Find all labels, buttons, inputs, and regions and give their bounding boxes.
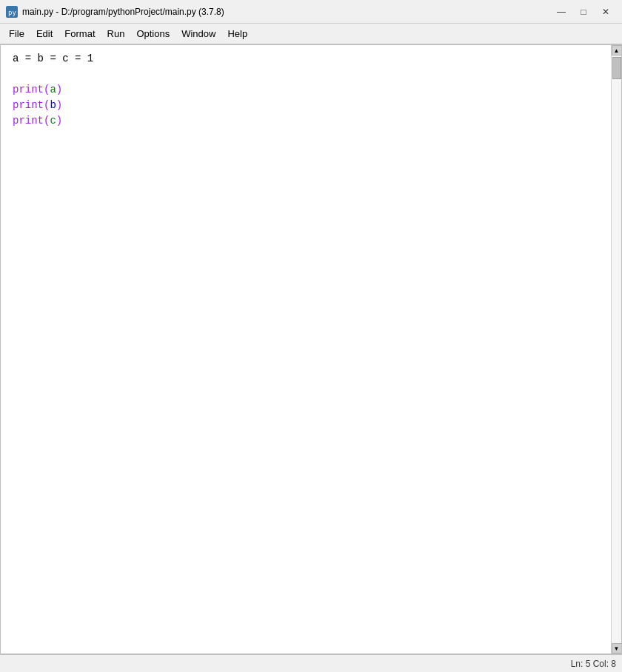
scrollbar-thumb[interactable]	[612, 57, 621, 79]
close-button[interactable]: ✕	[595, 3, 616, 21]
paren-close: )	[56, 84, 62, 95]
var-c: c	[50, 115, 56, 127]
code-line-4: print(b)	[13, 98, 602, 113]
paren-close: )	[56, 99, 62, 111]
var-b: b	[50, 99, 56, 111]
scrollbar-vertical[interactable]: ▲ ▼	[611, 45, 621, 653]
title-bar-controls: — □ ✕	[551, 3, 616, 21]
code-editor[interactable]: a = b = c = 1 print(a) print(b) print(c)	[4, 45, 611, 653]
code-line-2	[13, 67, 602, 82]
scroll-down-arrow[interactable]: ▼	[612, 643, 622, 653]
editor-container: a = b = c = 1 print(a) print(b) print(c)…	[0, 44, 622, 654]
menu-run[interactable]: Run	[101, 27, 131, 41]
menu-window[interactable]: Window	[175, 27, 221, 41]
title-bar-left: py main.py - D:/program/pythonProject/ma…	[6, 6, 224, 18]
keyword-print: print	[13, 84, 44, 95]
svg-text:py: py	[8, 9, 16, 16]
paren-close: )	[56, 115, 62, 127]
title-bar: py main.py - D:/program/pythonProject/ma…	[0, 0, 622, 24]
code-text: a = b = c = 1	[13, 53, 93, 64]
menu-bar: File Edit Format Run Options Window Help	[0, 24, 622, 44]
code-line-3: print(a)	[13, 82, 602, 98]
menu-file[interactable]: File	[3, 27, 30, 41]
scrollbar-track[interactable]	[612, 56, 621, 643]
menu-format[interactable]: Format	[58, 27, 101, 41]
keyword-print: print	[13, 115, 44, 127]
scroll-up-arrow[interactable]: ▲	[612, 45, 622, 56]
menu-options[interactable]: Options	[130, 27, 175, 41]
cursor-position: Ln: 5 Col: 8	[571, 659, 616, 669]
minimize-button[interactable]: —	[551, 3, 572, 21]
menu-edit[interactable]: Edit	[30, 27, 58, 41]
menu-help[interactable]: Help	[221, 27, 253, 41]
status-bar: Ln: 5 Col: 8	[0, 654, 622, 672]
maximize-button[interactable]: □	[573, 3, 594, 21]
code-line-5: print(c)	[13, 113, 602, 129]
app-icon: py	[6, 6, 18, 18]
var-a: a	[50, 84, 56, 95]
window-title: main.py - D:/program/pythonProject/main.…	[22, 7, 224, 17]
keyword-print: print	[13, 99, 44, 111]
code-line-1: a = b = c = 1	[13, 51, 602, 67]
